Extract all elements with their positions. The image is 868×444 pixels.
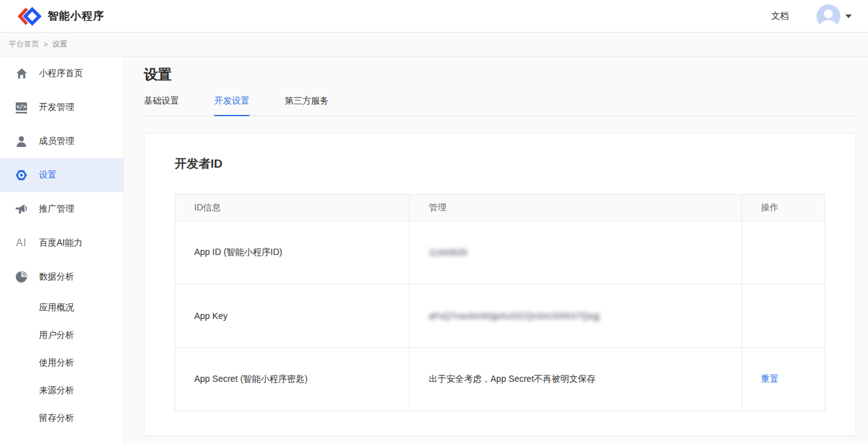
app-id-value: 11443635 <box>410 221 742 284</box>
sidebar-item-label: 数据分析 <box>39 271 74 283</box>
sidebar-subitem-label: 来源分析 <box>39 385 74 396</box>
table-row-app-id: App ID (智能小程序ID) 11443635 <box>175 221 825 284</box>
developer-id-table: ID信息 管理 操作 App ID (智能小程序ID) 11443635 App… <box>175 194 825 411</box>
tab-basic-settings[interactable]: 基础设置 <box>144 95 179 116</box>
sidebar-item-label: 推广管理 <box>39 203 74 215</box>
sidebar-item-data-analysis[interactable]: 数据分析 <box>0 260 123 294</box>
user-menu[interactable] <box>816 4 852 28</box>
reset-secret-link[interactable]: 重置 <box>761 374 779 384</box>
code-icon: </> <box>15 101 28 114</box>
logo-text: 智能小程序 <box>48 9 104 23</box>
sidebar-subitem-usage-analysis[interactable]: 使用分析 <box>0 349 123 377</box>
avatar[interactable] <box>816 4 840 28</box>
app-logo[interactable]: 智能小程序 <box>18 7 104 26</box>
sidebar-subitem-app-overview[interactable]: 应用概况 <box>0 294 123 322</box>
docs-link[interactable]: 文档 <box>771 11 789 22</box>
app-id-label: App ID (智能小程序ID) <box>175 221 410 284</box>
member-icon <box>15 135 28 148</box>
sidebar-item-members[interactable]: 成员管理 <box>0 124 123 158</box>
sidebar-item-label: 开发管理 <box>39 102 74 113</box>
column-header-id-info: ID信息 <box>175 195 410 221</box>
section-title-developer-id: 开发者ID <box>175 155 825 173</box>
megaphone-icon <box>15 203 28 215</box>
app-secret-label: App Secret (智能小程序密匙) <box>175 348 410 411</box>
sidebar-subitem-user-analysis[interactable]: 用户分析 <box>0 322 123 349</box>
sidebar-item-label: 小程序首页 <box>39 68 83 79</box>
app-key-label: App Key <box>175 284 410 348</box>
sidebar-subitem-label: 应用概况 <box>39 302 74 313</box>
table-row-app-key: App Key aFsQ7nwshmtGjpAs32CQnSxUGhhX7Qsg… <box>175 284 825 348</box>
app-id-action-cell <box>742 221 825 284</box>
developer-id-card: 开发者ID ID信息 管理 操作 App ID (智能小程序ID) 114436… <box>144 133 856 436</box>
app-id-blurred-value: 11443635 <box>429 247 467 257</box>
sidebar-item-home[interactable]: 小程序首页 <box>0 57 123 90</box>
svg-text:</>: </> <box>16 104 26 111</box>
tab-third-party[interactable]: 第三方服务 <box>285 95 329 116</box>
table-header-row: ID信息 管理 操作 <box>175 195 825 221</box>
breadcrumb: 平台首页 > 设置 <box>0 33 868 57</box>
avatar-shoulders-shape <box>820 20 837 28</box>
chevron-down-icon[interactable] <box>845 14 852 18</box>
sidebar-subitem-retention-analysis[interactable]: 留存分析 <box>0 404 123 432</box>
breadcrumb-current: 设置 <box>52 39 67 50</box>
avatar-head-shape <box>824 9 833 18</box>
sidebar-item-baidu-ai[interactable]: AI 百度AI能力 <box>0 226 123 260</box>
sidebar-item-label: 设置 <box>39 170 57 181</box>
app-secret-note: 出于安全考虑，App Secret不再被明文保存 <box>410 348 742 411</box>
table-row-app-secret: App Secret (智能小程序密匙) 出于安全考虑，App Secret不再… <box>175 348 825 411</box>
sidebar-item-dev-manage[interactable]: </> 开发管理 <box>0 90 123 124</box>
breadcrumb-parent[interactable]: 平台首页 <box>9 39 39 50</box>
tab-dev-settings[interactable]: 开发设置 <box>214 95 250 116</box>
app-key-action-cell <box>742 284 825 348</box>
sidebar-subitem-label: 留存分析 <box>39 413 74 424</box>
sidebar-item-label: 百度AI能力 <box>39 237 82 249</box>
pie-chart-icon <box>15 271 28 283</box>
top-bar: 智能小程序 文档 <box>0 0 868 33</box>
app-secret-action-cell: 重置 <box>742 348 825 411</box>
column-header-action: 操作 <box>742 195 825 221</box>
app-key-value: aFsQ7nwshmtGjpAs32CQnSxUGhhX7Qsgj <box>410 284 742 348</box>
sidebar-item-label: 成员管理 <box>39 136 74 147</box>
main-content: 设置 基础设置 开发设置 第三方服务 开发者ID ID信息 管理 操作 <box>124 57 868 444</box>
settings-icon <box>15 169 28 181</box>
sidebar-subitem-label: 使用分析 <box>39 357 74 369</box>
ai-icon: AI <box>15 237 28 249</box>
sidebar-subitem-source-analysis[interactable]: 来源分析 <box>0 377 123 404</box>
logo-diamond-icon <box>18 7 41 26</box>
sidebar-item-promotion[interactable]: 推广管理 <box>0 192 123 226</box>
app-key-blurred-value: aFsQ7nwshmtGjpAs32CQnSxUGhhX7Qsgj <box>429 311 600 321</box>
home-icon <box>15 67 28 80</box>
sidebar: 小程序首页 </> 开发管理 成员管理 <box>0 57 124 444</box>
column-header-manage: 管理 <box>410 195 742 221</box>
settings-tabs: 基础设置 开发设置 第三方服务 <box>144 95 856 116</box>
sidebar-subitem-label: 用户分析 <box>39 330 74 341</box>
page-title: 设置 <box>144 65 856 84</box>
breadcrumb-separator: > <box>43 40 48 49</box>
sidebar-item-settings[interactable]: 设置 <box>0 158 123 192</box>
